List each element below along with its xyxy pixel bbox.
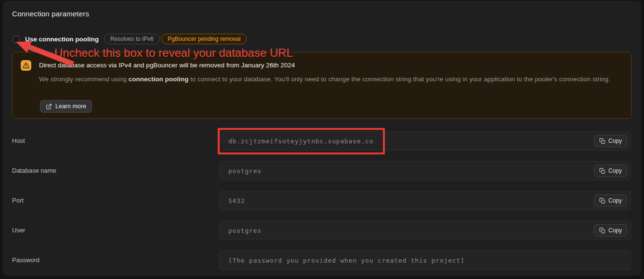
user-row: User Copy: [0, 221, 644, 240]
use-connection-pooling-label: Use connection pooling: [25, 36, 99, 43]
port-row: Port Copy: [0, 191, 644, 210]
annotation-callout-text: Uncheck this box to reveal your database…: [54, 46, 293, 60]
warning-body: We strongly recommend using connection p…: [39, 74, 622, 85]
warning-triangle-icon: [21, 60, 31, 71]
port-copy-button[interactable]: Copy: [594, 194, 627, 207]
learn-more-button[interactable]: Learn more: [40, 100, 92, 113]
learn-more-label: Learn more: [55, 103, 86, 110]
warning-title: Direct database access via IPv4 and pgBo…: [39, 62, 295, 69]
database-name-copy-button[interactable]: Copy: [594, 165, 627, 177]
user-input[interactable]: [219, 221, 631, 240]
copy-icon: [599, 168, 605, 174]
copy-label: Copy: [608, 227, 622, 234]
copy-icon: [599, 198, 605, 204]
copy-icon: [599, 228, 605, 234]
use-connection-pooling-checkbox[interactable]: [13, 36, 20, 43]
deprecation-warning-banner: Direct database access via IPv4 and pgBo…: [12, 52, 631, 119]
port-input[interactable]: [219, 191, 631, 210]
warning-body-pre: We strongly recommend using: [39, 76, 129, 83]
warning-body-bold: connection pooling: [129, 76, 189, 83]
page-title: Connection parameters: [12, 10, 89, 18]
database-name-input[interactable]: [219, 161, 631, 180]
resolves-to-ipv6-badge: Resolves to IPv6: [104, 34, 160, 44]
warning-body-post: to connect to your database. You'll only…: [188, 76, 610, 83]
port-label: Port: [12, 191, 24, 210]
host-copy-button[interactable]: Copy: [594, 135, 627, 147]
connection-parameters-page: Connection parameters Use connection poo…: [0, 0, 644, 279]
copy-label: Copy: [608, 197, 622, 204]
password-input[interactable]: [219, 251, 631, 270]
host-row: Host Copy: [0, 131, 644, 151]
external-link-icon: [46, 103, 52, 110]
password-label: Password: [12, 251, 39, 270]
pgbouncer-pending-removal-badge: PgBouncer pending removal: [161, 34, 247, 44]
copy-label: Copy: [608, 167, 622, 174]
user-copy-button[interactable]: Copy: [594, 224, 627, 237]
database-name-row: Database name Copy: [0, 161, 644, 180]
database-name-label: Database name: [12, 161, 56, 180]
copy-label: Copy: [608, 138, 622, 144]
password-row: Password: [0, 251, 644, 270]
copy-icon: [599, 138, 605, 144]
user-label: User: [12, 221, 25, 240]
host-input[interactable]: [219, 131, 631, 151]
host-label: Host: [12, 131, 25, 151]
